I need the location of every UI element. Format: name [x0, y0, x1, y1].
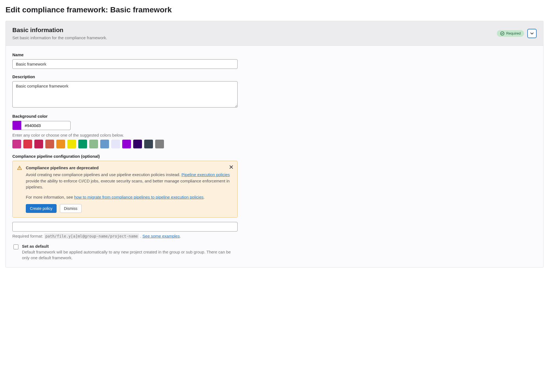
description-label: Description	[12, 74, 238, 79]
panel-body: Name Description Basic compliance framew…	[5, 46, 544, 267]
panel-header: Basic information Set basic information …	[5, 21, 544, 46]
bgcolor-label: Background color	[12, 114, 238, 119]
name-label: Name	[12, 52, 238, 57]
name-input[interactable]	[12, 59, 238, 69]
color-swatch[interactable]	[78, 140, 87, 148]
swatch-row	[12, 140, 238, 148]
section-description: Set basic information for the compliance…	[12, 35, 107, 40]
required-badge: Required	[497, 30, 524, 37]
color-swatch[interactable]	[122, 140, 131, 148]
migration-link[interactable]: how to migrate from compliance pipelines…	[74, 195, 204, 199]
page-title: Edit compliance framework: Basic framewo…	[5, 5, 544, 14]
color-swatch[interactable]	[56, 140, 65, 148]
warning-icon	[17, 165, 22, 170]
dismiss-button[interactable]: Dismiss	[60, 204, 82, 213]
color-swatch[interactable]	[12, 140, 21, 148]
svg-point-1	[19, 169, 20, 169]
color-swatch[interactable]	[155, 140, 164, 148]
color-swatch[interactable]	[144, 140, 153, 148]
alert-body: Avoid creating new compliance pipelines …	[26, 172, 233, 213]
pipeline-config-input[interactable]	[12, 222, 238, 232]
alert-title: Compliance pipelines are deprecated	[26, 165, 233, 170]
chevron-down-icon	[530, 32, 534, 35]
color-swatch[interactable]	[67, 140, 76, 148]
color-swatch[interactable]	[133, 140, 142, 148]
collapse-button[interactable]	[527, 29, 537, 38]
format-hint: Required format: path/file.y[a]ml@group-…	[12, 234, 238, 238]
color-swatch[interactable]	[23, 140, 32, 148]
check-circle-icon	[500, 31, 505, 36]
deprecation-alert: Compliance pipelines are deprecated Avoi…	[12, 161, 238, 218]
set-default-description: Default framework will be applied automa…	[22, 249, 236, 261]
create-policy-button[interactable]: Create policy	[26, 204, 57, 213]
set-default-checkbox[interactable]	[13, 244, 18, 249]
close-icon[interactable]	[228, 164, 234, 170]
color-swatch[interactable]	[45, 140, 54, 148]
bgcolor-helper: Enter any color or choose one of the sug…	[12, 133, 238, 137]
pipeline-config-label: Compliance pipeline configuration (optio…	[12, 154, 238, 159]
color-swatch[interactable]	[111, 140, 120, 148]
section-title: Basic information	[12, 27, 107, 34]
description-textarea[interactable]: Basic compliance framework	[12, 81, 238, 108]
pipeline-execution-policies-link[interactable]: Pipeline execution policies	[182, 172, 230, 177]
format-code: path/file.y[a]ml@group-name/project-name	[44, 233, 139, 239]
color-swatch[interactable]	[100, 140, 109, 148]
basic-info-panel: Basic information Set basic information …	[5, 21, 544, 267]
set-default-label: Set as default	[22, 244, 236, 249]
color-swatch[interactable]	[89, 140, 98, 148]
bgcolor-input[interactable]	[21, 121, 71, 130]
current-color-swatch[interactable]	[12, 121, 21, 130]
see-examples-link[interactable]: See some examples	[143, 234, 180, 238]
color-swatch[interactable]	[34, 140, 43, 148]
